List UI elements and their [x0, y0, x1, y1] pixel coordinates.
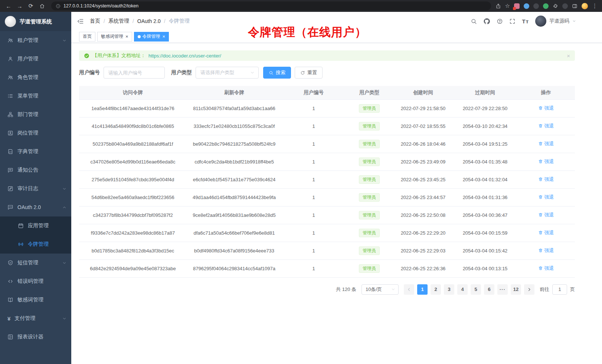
force-logout-button[interactable]: 强退	[538, 105, 554, 112]
access-token-cell: 1ea5e44f8bc1467aaede43144f31de76	[79, 99, 187, 117]
doc-link[interactable]: https://doc.iocoder.cn/user-center/	[148, 53, 221, 59]
sidebar-item-menu[interactable]: 菜单管理	[0, 87, 71, 105]
created-time-cell: 2022-06-25 22:29:20	[393, 224, 453, 242]
user-id-cell: 1	[282, 99, 346, 117]
sidebar-item-sensitive-word[interactable]: 敏感词管理	[0, 291, 71, 309]
reset-button[interactable]: 重置	[295, 67, 323, 79]
force-logout-label: 强退	[544, 212, 554, 218]
trash-icon	[538, 159, 543, 164]
sidebar-item-post[interactable]: 岗位管理	[0, 124, 71, 142]
search-icon[interactable]	[471, 18, 477, 24]
force-logout-button[interactable]: 强退	[538, 176, 554, 183]
breadcrumb-item[interactable]: 首页	[90, 18, 100, 24]
extension-icon[interactable]	[543, 3, 549, 9]
user-type-cell: 管理员	[346, 117, 393, 135]
sidebar-item-oauth2-token[interactable]: 令牌管理	[0, 235, 71, 254]
bookmark-star-icon[interactable]: ☆	[505, 3, 510, 9]
browser-forward-icon[interactable]: →	[15, 1, 24, 11]
user-menu[interactable]: 芋道源码	[535, 16, 576, 27]
split-view-icon[interactable]	[572, 3, 578, 9]
extension-icon[interactable]	[524, 3, 529, 9]
sidebar-item-oauth2[interactable]: OAuth 2.0	[0, 198, 71, 216]
tab-close-icon[interactable]: ×	[125, 34, 128, 39]
page-button-3[interactable]: 3	[444, 284, 454, 295]
action-cell: 强退	[517, 242, 575, 259]
sidebar-item-sms[interactable]: 短信管理	[0, 254, 71, 272]
user-id-input[interactable]	[104, 67, 165, 79]
search-button[interactable]: 搜索	[263, 67, 291, 79]
force-logout-button[interactable]: 强退	[538, 247, 554, 254]
extension-icon[interactable]	[533, 3, 539, 9]
created-time-cell: 2022-07-02 18:55:55	[393, 117, 453, 135]
user-id-cell: 1	[282, 224, 346, 242]
fullscreen-icon[interactable]	[509, 18, 516, 24]
app-logo[interactable]: 芋道管理系统	[0, 12, 71, 31]
force-logout-button[interactable]: 强退	[538, 229, 554, 236]
sidebar-item-audit-log[interactable]: 审计日志	[0, 179, 71, 198]
next-page-button[interactable]	[524, 284, 534, 295]
breadcrumb-item[interactable]: 系统管理	[108, 18, 129, 24]
page-button-1[interactable]: 1	[417, 284, 428, 295]
sidebar-item-user[interactable]: 用户管理	[0, 50, 71, 68]
menu-fold-icon[interactable]	[77, 18, 84, 25]
sidebar-item-role[interactable]: 角色管理	[0, 68, 71, 87]
prev-page-button[interactable]	[404, 284, 414, 295]
tab-close-icon[interactable]: ×	[163, 34, 166, 39]
page-button-5[interactable]: 5	[471, 284, 481, 295]
sidebar-item-dict[interactable]: 字典管理	[0, 142, 71, 161]
page-button-2[interactable]: 2	[431, 284, 441, 295]
font-size-icon[interactable]: Tт	[522, 18, 529, 24]
page-button-6[interactable]: 6	[484, 284, 494, 295]
refresh-token-cell: cdfc4ce9c2da4bb1bdf21b9918ff4be5	[187, 153, 282, 171]
alert-close-icon[interactable]: ×	[567, 53, 570, 59]
sidebar-item-pay[interactable]: ¥支付管理	[0, 309, 71, 328]
browser-menu-icon[interactable]: ⋮	[592, 3, 598, 9]
browser-profile-avatar[interactable]	[582, 3, 588, 9]
pager-more-button[interactable]: ···	[497, 284, 508, 295]
browser-reload-icon[interactable]: ⟳	[26, 1, 36, 11]
browser-home-icon[interactable]	[37, 1, 47, 11]
help-icon[interactable]	[497, 18, 503, 24]
sidebar-item-tenant[interactable]: 租户管理	[0, 31, 71, 50]
page-size-value: 10条/页	[366, 286, 382, 293]
goto-page-input[interactable]	[552, 284, 567, 295]
sidebar-item-dept[interactable]: 部门管理	[0, 105, 71, 124]
force-logout-button[interactable]: 强退	[538, 265, 554, 272]
trash-icon	[538, 230, 543, 235]
access-token-cell: 502375b8040a469a9b82188afdf6af1f	[79, 135, 187, 153]
tab-home[interactable]: 首页	[79, 32, 95, 42]
page-button-4[interactable]: 4	[457, 284, 468, 295]
force-logout-button[interactable]: 强退	[538, 212, 554, 218]
page-button-12[interactable]: 12	[511, 284, 521, 295]
force-logout-button[interactable]: 强退	[538, 158, 554, 165]
breadcrumb-separator: /	[132, 18, 134, 24]
sidebar-item-notice[interactable]: 通知公告	[0, 161, 71, 179]
extensions-puzzle-icon[interactable]	[553, 3, 558, 9]
force-logout-label: 强退	[544, 123, 554, 129]
extension-icon[interactable]	[562, 3, 568, 9]
sidebar-item-oauth2-app[interactable]: 应用管理	[0, 216, 71, 235]
user-id-cell: 1	[282, 117, 346, 135]
force-logout-label: 强退	[544, 194, 554, 201]
created-time-cell: 2022-07-29 21:58:50	[393, 99, 453, 117]
force-logout-button[interactable]: 强退	[538, 194, 554, 201]
page-size-select[interactable]: 10条/页	[361, 284, 399, 295]
force-logout-button[interactable]: 强退	[538, 123, 554, 129]
extension-icon[interactable]	[514, 3, 520, 9]
user-type-select[interactable]: 请选择用户类型	[196, 67, 259, 79]
tab-oauth2-token[interactable]: 令牌管理×	[134, 32, 169, 42]
address-bar[interactable]: 127.0.0.1:1024/system/oauth2/token	[51, 1, 491, 10]
column-header: 刷新令牌	[187, 86, 282, 99]
browser-actions: ☆ ⋮	[495, 3, 598, 9]
site-info-icon[interactable]	[56, 4, 60, 9]
user-type-placeholder: 请选择用户类型	[200, 69, 234, 76]
breadcrumb-item[interactable]: OAuth 2.0	[137, 18, 161, 24]
share-icon[interactable]	[495, 3, 501, 9]
sidebar-item-error-code[interactable]: 错误码管理	[0, 272, 71, 291]
browser-back-icon[interactable]: ←	[4, 1, 13, 11]
github-icon[interactable]	[483, 18, 490, 25]
tab-sensitive-word[interactable]: 敏感词管理×	[97, 32, 132, 42]
force-logout-button[interactable]: 强退	[538, 140, 554, 147]
sidebar-item-report-designer[interactable]: 报表设计器	[0, 328, 71, 346]
refresh-token-cell: be90422b8c7946218275a508bf524fc9	[187, 135, 282, 153]
